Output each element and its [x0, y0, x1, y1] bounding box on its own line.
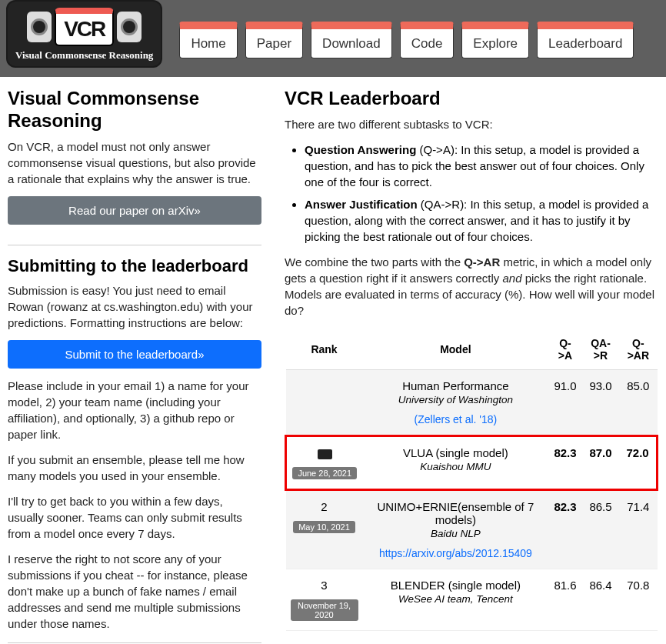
model-link[interactable]: (Zellers et al. '18): [368, 413, 544, 425]
model-name: Human Performance: [368, 379, 544, 392]
score-qar: 86.5: [582, 489, 619, 569]
score-qar2: 85.0: [619, 369, 657, 435]
model-name: VLUA (single model): [368, 446, 544, 459]
leaderboard-table: Rank Model Q->A QA->R Q->AR Human Perfor…: [285, 329, 658, 631]
score-qa: 81.6: [548, 569, 581, 630]
model-affiliation: University of Washington: [368, 394, 544, 405]
subtask-aj: Answer Justification (QA->R): In this se…: [305, 196, 658, 245]
nav-leaderboard[interactable]: Leaderboard: [537, 22, 634, 58]
col-qar: QA->R: [582, 329, 619, 370]
logo-subtitle: Visual Commonsense Reasoning: [15, 49, 153, 62]
subtask-list: Question Answering (Q->A): In this setup…: [285, 142, 658, 245]
score-qar: 86.4: [582, 569, 619, 630]
rank-cell: 2 May 10, 2021: [286, 489, 363, 569]
leaderboard-panel: VCR Leaderboard There are two different …: [285, 88, 658, 644]
paper-button[interactable]: Read our paper on arXiv»: [8, 196, 261, 225]
subtask-qa: Question Answering (Q->A): In this setup…: [305, 142, 658, 190]
model-affiliation: WeSee AI team, Tencent: [368, 593, 544, 605]
subtask-aj-label: Answer Justification: [305, 198, 418, 211]
nav-paper[interactable]: Paper: [245, 22, 303, 58]
submit-p3: If you submit an ensemble, please tell m…: [8, 452, 261, 484]
col-qa: Q->A: [548, 329, 581, 370]
submit-p1: Submission is easy! You just need to ema…: [8, 282, 261, 331]
subtask-qa-label: Question Answering: [305, 143, 416, 156]
new-badge-icon: [318, 449, 332, 459]
score-qar2: 71.4: [619, 489, 657, 569]
rank-cell: 3 November 19, 2020: [286, 569, 363, 630]
model-cell: UNIMO+ERNIE(ensemble of 7 models) Baidu …: [363, 489, 549, 569]
intro-text: On VCR, a model must not only answer com…: [8, 138, 261, 187]
site-logo[interactable]: VCR Visual Commonsense Reasoning: [6, 0, 162, 68]
date-badge: May 10, 2021: [293, 521, 355, 533]
model-name: BLENDER (single model): [368, 579, 544, 592]
score-qar2: 72.0: [619, 435, 657, 489]
col-rank: Rank: [286, 329, 363, 370]
score-qar2: 70.8: [619, 569, 657, 630]
model-affiliation: Baidu NLP: [368, 528, 544, 539]
logo-abbrev: VCR: [55, 8, 114, 46]
rank-cell: [286, 369, 363, 435]
date-badge: November 19, 2020: [291, 599, 358, 621]
col-qar2: Q->AR: [619, 329, 657, 370]
leaderboard-title: VCR Leaderboard: [285, 88, 658, 110]
score-qar: 93.0: [582, 369, 619, 435]
table-row-highlighted: June 28, 2021 VLUA (single model) Kuaish…: [286, 435, 658, 489]
table-header-row: Rank Model Q->A QA->R Q->AR: [286, 329, 658, 370]
table-row: 3 November 19, 2020 BLENDER (single mode…: [286, 569, 658, 630]
table-row: 2 May 10, 2021 UNIMO+ERNIE(ensemble of 7…: [286, 489, 658, 569]
model-link[interactable]: https://arxiv.org/abs/2012.15409: [368, 547, 544, 559]
model-cell: VLUA (single model) Kuaishou MMU: [363, 435, 549, 489]
score-qar: 87.0: [582, 435, 619, 489]
submit-p5: I reserve the right to not score any of …: [8, 551, 261, 632]
nav-code[interactable]: Code: [400, 22, 455, 58]
sidebar: Visual Commonsense Reasoning On VCR, a m…: [8, 88, 261, 644]
table-row: Human Performance University of Washingt…: [286, 369, 658, 435]
submit-button[interactable]: Submit to the leaderboard»: [8, 340, 261, 369]
metric-name: Q->AR: [464, 255, 500, 269]
score-qa: 91.0: [548, 369, 581, 435]
col-model: Model: [363, 329, 549, 370]
score-qa: 82.3: [548, 489, 581, 569]
rank-number: 2: [321, 500, 327, 513]
rank-cell: June 28, 2021: [286, 435, 363, 489]
content-area: Visual Commonsense Reasoning On VCR, a m…: [0, 77, 666, 644]
model-cell: BLENDER (single model) WeSee AI team, Te…: [363, 569, 549, 630]
nav-explore[interactable]: Explore: [461, 22, 529, 58]
lens-left-icon: [27, 12, 52, 42]
model-cell: Human Performance University of Washingt…: [363, 369, 549, 435]
divider: [8, 642, 261, 643]
model-name: UNIMO+ERNIE(ensemble of 7 models): [368, 500, 544, 526]
model-affiliation: Kuaishou MMU: [368, 461, 544, 472]
lens-right-icon: [117, 12, 142, 42]
combine-text: We combine the two parts with the Q->AR …: [285, 254, 658, 319]
submit-p4: I'll try to get back to you within a few…: [8, 493, 261, 542]
nav-home[interactable]: Home: [179, 22, 237, 58]
rank-number: 3: [321, 579, 327, 592]
divider: [8, 245, 261, 245]
subtasks-intro: There are two different subtasks to VCR:: [285, 116, 658, 132]
submit-p2: Please include in your email 1) a name f…: [8, 378, 261, 442]
page-title: Visual Commonsense Reasoning: [8, 88, 261, 132]
score-qa: 82.3: [548, 435, 581, 489]
header-bar: VCR Visual Commonsense Reasoning Home Pa…: [0, 0, 666, 77]
nav-bar: Home Paper Download Code Explore Leaderb…: [179, 22, 634, 58]
nav-download[interactable]: Download: [311, 22, 392, 58]
submit-heading: Submitting to the leaderboard: [8, 256, 261, 276]
date-badge: June 28, 2021: [292, 467, 357, 479]
